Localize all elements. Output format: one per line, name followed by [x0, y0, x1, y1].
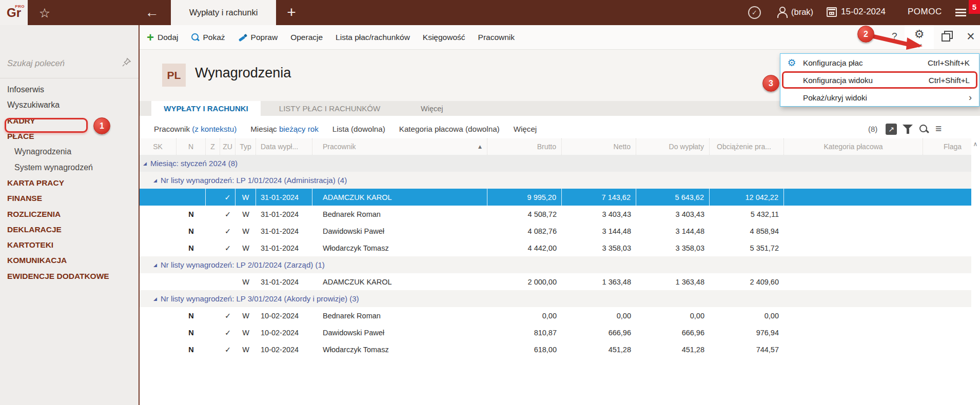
- toolbar-button-lista-płac-rachunków[interactable]: Lista płac/rachunków: [336, 33, 410, 42]
- annotation-step-2: 2: [857, 26, 874, 43]
- toolbar-button-dodaj[interactable]: +Dodaj: [147, 33, 179, 42]
- sidebar-section-ewidencje-dodatkowe[interactable]: EWIDENCJE DODATKOWE: [0, 269, 139, 284]
- sidebar-item-wyszukiwarka[interactable]: Wyszukiwarka: [0, 97, 139, 113]
- column-header-data[interactable]: Data wypł...: [256, 138, 312, 155]
- sidebar-item-system-wynagrodzeń[interactable]: System wynagrodzeń: [0, 159, 139, 175]
- column-header-do_wyplaty[interactable]: Do wypłaty: [636, 138, 710, 155]
- notification-badge[interactable]: 5: [969, 0, 980, 14]
- column-header-obciazenie[interactable]: Obciążenie pra...: [710, 138, 784, 155]
- list-options-icon[interactable]: ≡: [935, 123, 942, 135]
- filter-value: (z kontekstu): [190, 125, 237, 133]
- pin-icon[interactable]: [122, 58, 131, 69]
- toolbar-button-pokaż[interactable]: Pokaż: [191, 33, 225, 42]
- sidebar-section-komunikacja[interactable]: KOMUNIKACJA: [0, 253, 139, 268]
- new-tab-button[interactable]: +: [283, 3, 300, 22]
- cell-obciazenie: 5 351,72: [710, 239, 784, 256]
- cell-do_wyplaty: 3 144,48: [636, 222, 710, 239]
- restore-window-icon[interactable]: [942, 31, 952, 40]
- group-row[interactable]: ◢Miesiąc: styczeń 2024 (8): [140, 155, 971, 172]
- filter-funnel-icon[interactable]: [903, 125, 913, 134]
- table-row[interactable]: N✓W31-01-2024Dawidowski Paweł4 082,763 1…: [140, 222, 971, 239]
- group-row[interactable]: ◢Nr listy wynagrodzeń: LP 3/01/2024 (Ako…: [140, 290, 971, 307]
- column-header-kategoria[interactable]: Kategoria płacowa: [784, 138, 923, 155]
- back-arrow-icon[interactable]: ←: [143, 3, 161, 22]
- column-header-pracownik[interactable]: Pracownik▲: [312, 138, 487, 155]
- toolbar-button-pracownik[interactable]: Pracownik: [478, 33, 515, 42]
- toolbar-button-księgowość[interactable]: Księgowość: [423, 33, 465, 42]
- gear-icon: ⚙: [780, 57, 803, 68]
- menu-item-konfiguracja-płac[interactable]: ⚙Konfiguracja płacCtrl+Shift+K: [780, 54, 979, 71]
- filter-miesiąc[interactable]: Miesiąc bieżący rok: [250, 125, 319, 133]
- tab-more[interactable]: Więcej: [421, 101, 443, 116]
- menu-item-pokaż-ukryj-widoki[interactable]: Pokaż/ukryj widoki›: [780, 89, 979, 106]
- cell-data: 31-01-2024: [256, 189, 312, 206]
- window-tab[interactable]: Wypłaty i rachunki: [171, 0, 276, 25]
- annotation-step-1: 1: [93, 117, 110, 134]
- toolbar-button-popraw[interactable]: Popraw: [238, 33, 278, 42]
- cell-sk: [140, 307, 177, 324]
- column-header-zu[interactable]: ZU: [220, 138, 236, 155]
- table-row[interactable]: N✓W31-01-2024Włodarczyk Tomasz4 442,003 …: [140, 239, 971, 256]
- export-icon[interactable]: ↗: [886, 124, 897, 135]
- table-row[interactable]: ✓W31-01-2024ADAMCZUK KAROL9 995,207 143,…: [140, 189, 971, 206]
- collapse-triangle-icon: ◢: [153, 296, 157, 301]
- column-header-flaga[interactable]: Flaga: [923, 138, 971, 155]
- sidebar-section-karta-pracy[interactable]: KARTA PRACY: [0, 175, 139, 191]
- cell-n: N: [177, 239, 206, 256]
- close-icon[interactable]: ×: [964, 28, 978, 45]
- group-row[interactable]: ◢Nr listy wynagrodzeń: LP 1/01/2024 (Adm…: [140, 172, 971, 189]
- search-input[interactable]: [7, 56, 112, 70]
- cell-brutto: 2 000,00: [487, 273, 562, 290]
- column-header-netto[interactable]: Netto: [562, 138, 636, 155]
- cell-do_wyplaty: 666,96: [636, 324, 710, 341]
- sidebar-section-deklaracje[interactable]: DEKLARACJE: [0, 222, 139, 237]
- status-check-icon[interactable]: ✓: [748, 6, 761, 19]
- column-header-sk[interactable]: SK: [140, 138, 177, 155]
- filter-pracownik[interactable]: Pracownik (z kontekstu): [154, 125, 237, 133]
- sidebar-section-kartoteki[interactable]: KARTOTEKI: [0, 237, 139, 253]
- column-header-z[interactable]: Z: [206, 138, 220, 155]
- column-header-typ[interactable]: Typ: [236, 138, 256, 155]
- table-row[interactable]: N✓W10-02-2024Bednarek Roman0,000,000,000…: [140, 307, 971, 324]
- filter-lista[interactable]: Lista (dowolna): [332, 125, 385, 133]
- current-date[interactable]: 15-02-2024: [841, 7, 886, 17]
- sidebar-section-rozliczenia[interactable]: ROZLICZENIA: [0, 206, 139, 221]
- tab-wyplaty-i-rachunki[interactable]: WYPŁATY I RACHUNKI: [151, 101, 261, 116]
- cell-pracownik: Bednarek Roman: [312, 307, 487, 324]
- favorites-star-icon[interactable]: ☆: [36, 4, 53, 22]
- table-row[interactable]: N✓W10-02-2024Włodarczyk Tomasz618,00451,…: [140, 341, 971, 358]
- grid-header-row: SKNZZUTypData wypł...Pracownik▲BruttoNet…: [140, 138, 971, 155]
- collapse-triangle-icon: ◢: [143, 161, 147, 166]
- cell-sk: [140, 189, 177, 206]
- sidebar-item-wynagrodzenia[interactable]: Wynagrodzenia: [0, 144, 139, 159]
- user-icon[interactable]: [777, 7, 788, 18]
- search-icon[interactable]: [919, 124, 929, 134]
- calendar-icon[interactable]: [827, 7, 837, 17]
- cell-n: [177, 273, 206, 290]
- table-row[interactable]: N✓W31-01-2024Bednarek Roman4 508,723 403…: [140, 206, 971, 222]
- app-logo[interactable]: Gr PRO: [0, 0, 28, 25]
- cell-obciazenie: 12 042,22: [710, 189, 784, 206]
- column-header-n[interactable]: N: [177, 138, 206, 155]
- cell-typ: W: [236, 341, 256, 358]
- scrollbar-up-icon[interactable]: ∧: [972, 140, 979, 150]
- sidebar-section-finanse[interactable]: FINANSE: [0, 191, 139, 206]
- column-header-brutto[interactable]: Brutto: [487, 138, 562, 155]
- help-menu[interactable]: POMOC: [908, 7, 942, 17]
- logo-pro-label: PRO: [15, 4, 25, 9]
- table-row[interactable]: W31-01-2024ADAMCZUK KAROL2 000,001 363,4…: [140, 273, 971, 290]
- cell-netto: 7 143,62: [562, 189, 636, 206]
- annotation-outline-konfiguracja-widoku: [782, 71, 977, 89]
- filter-kategoria-płacowa[interactable]: Kategoria płacowa (dowolna): [399, 125, 500, 133]
- tab-listy-plac-i-rachunkow[interactable]: LISTY PŁAC I RACHUNKÓW: [267, 101, 393, 116]
- hamburger-menu-icon[interactable]: [955, 9, 966, 16]
- brush-icon: [238, 33, 247, 42]
- filter-więcej[interactable]: Więcej: [514, 125, 537, 133]
- user-label[interactable]: (brak): [791, 7, 813, 17]
- toolbar-button-operacje[interactable]: Operacje: [290, 33, 323, 42]
- group-row[interactable]: ◢Nr listy wynagrodzeń: LP 2/01/2024 (Zar…: [140, 256, 971, 273]
- table-row[interactable]: N✓W10-02-2024Dawidowski Paweł810,87666,9…: [140, 324, 971, 341]
- column-header-label: SK: [153, 143, 163, 151]
- column-header-label: Kategoria płacowa: [824, 143, 883, 151]
- sidebar-item-infoserwis[interactable]: Infoserwis: [0, 82, 139, 97]
